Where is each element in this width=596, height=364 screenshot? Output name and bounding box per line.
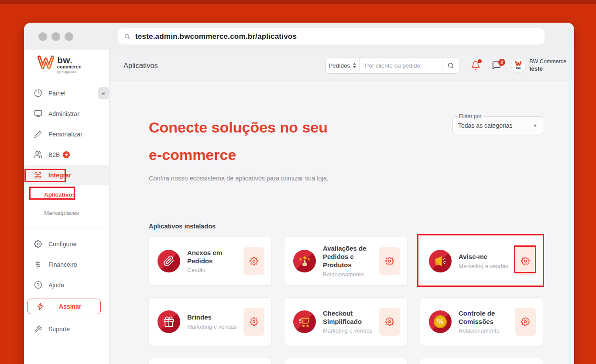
hero-subtitle: Confira nosso ecossistema de aplicativos…	[149, 175, 376, 182]
wrench-icon	[33, 324, 43, 334]
svg-text:★: ★	[307, 257, 311, 262]
global-search: Pedidos	[325, 58, 459, 74]
app-settings-button[interactable]	[379, 247, 400, 275]
sidebar-item-label: Personalizar	[48, 131, 82, 138]
app-card-partial[interactable]	[284, 358, 408, 364]
sidebar-collapse-button[interactable]: «	[98, 87, 109, 99]
brand-sub: commerce	[57, 65, 82, 69]
app-category: Marketing e vendas	[187, 323, 243, 330]
monitor-icon	[33, 109, 43, 119]
search-scope-value: Pedidos	[329, 62, 350, 69]
url-text: teste.admin.bwcommerce.com.br/aplicativo…	[135, 32, 297, 41]
app-category: Gestão	[187, 267, 243, 273]
app-card-anexos-em-pedidos[interactable]: Anexos em Pedidos Gestão	[148, 237, 272, 286]
brand-name: bw.	[57, 55, 82, 65]
search-scope-select[interactable]: Pedidos	[326, 58, 359, 73]
search-button[interactable]	[442, 58, 459, 73]
category-filter-select[interactable]: Filtrar por Todas as categorias ▼	[452, 116, 543, 134]
lightning-badge-icon	[63, 151, 70, 158]
sidebar-item-label: Ajuda	[48, 282, 64, 289]
address-bar[interactable]: teste.admin.bwcommerce.com.br/aplicativo…	[118, 28, 545, 44]
paperclip-icon	[158, 250, 180, 272]
app-category: Marketing e vendas	[459, 263, 515, 269]
frame-top-strip	[0, 0, 596, 4]
apps-grid: Anexos em Pedidos Gestão ★ ★	[148, 237, 544, 364]
dollar-icon	[33, 260, 43, 269]
chat-badge: 2	[498, 59, 505, 66]
app-category: Relacionamento	[459, 327, 515, 334]
app-card-avise-me[interactable]: Avise-me Marketing e vendas	[420, 237, 543, 286]
app-card-partial[interactable]	[420, 358, 543, 364]
users-icon	[33, 150, 43, 160]
notifications-button[interactable]	[471, 61, 480, 70]
sidebar-item-label: Financeiro	[48, 261, 77, 268]
gear-icon	[250, 257, 258, 265]
app-category: Relacionamento	[323, 271, 379, 278]
sidebar-item-b2b[interactable]: B2B	[24, 144, 109, 165]
apps-content: Conecte soluções no seue-commerce Confir…	[110, 81, 574, 364]
messages-button[interactable]: 2	[492, 61, 501, 70]
account-menu[interactable]: bw. BW Commerce teste	[511, 58, 566, 73]
sidebar-subitem-aplicativos[interactable]: Aplicativos	[24, 185, 109, 204]
app-settings-button[interactable]	[515, 308, 536, 336]
cart-icon	[293, 310, 316, 333]
sidebar-item-label: Configurar	[48, 241, 77, 248]
app-card-controle-de-comissoes[interactable]: % Controle de Comissões Relacionamento	[420, 297, 543, 346]
app-settings-button-avise-me[interactable]	[515, 247, 536, 275]
percent-coin-icon: %	[429, 310, 452, 333]
app-name: Checkout Simplificado	[323, 310, 379, 326]
section-title: Aplicativos instalados	[149, 223, 216, 230]
sidebar-item-ajuda[interactable]: Ajuda	[24, 275, 109, 295]
sidebar-item-financeiro[interactable]: Financeiro	[24, 254, 109, 275]
help-icon	[33, 280, 43, 290]
page-title: Aplicativos	[123, 61, 158, 70]
app-settings-button[interactable]	[379, 308, 400, 336]
brand-w-icon	[37, 55, 55, 69]
sidebar-divider	[24, 228, 109, 228]
search-input[interactable]	[359, 58, 442, 73]
assinar-label: Assinar	[59, 303, 81, 310]
app-settings-button[interactable]	[243, 247, 264, 275]
traffic-lights	[38, 32, 73, 41]
sidebar-item-painel[interactable]: Painel	[24, 83, 109, 103]
app-name: Avise-me	[459, 253, 515, 261]
browser-titlebar: teste.admin.bwcommerce.com.br/aplicativo…	[24, 23, 574, 50]
sidebar-item-integrar[interactable]: Integrar	[24, 165, 109, 185]
app-settings-button[interactable]	[243, 308, 264, 336]
traffic-light-button[interactable]	[51, 32, 60, 41]
search-icon	[447, 62, 455, 69]
pie-chart-icon	[33, 88, 43, 98]
svg-text:★: ★	[298, 257, 302, 262]
app-name: Anexos em Pedidos	[187, 249, 243, 265]
sidebar-subitem-label: Aplicativos	[44, 191, 75, 198]
search-icon	[124, 33, 131, 40]
sidebar-item-configurar[interactable]: Configurar	[24, 234, 109, 254]
gear-icon	[521, 257, 530, 265]
traffic-light-button[interactable]	[38, 32, 47, 41]
traffic-light-button[interactable]	[65, 32, 73, 41]
app-card-brindes[interactable]: Brindes Marketing e vendas	[148, 297, 272, 346]
app-category: Marketing e vendas	[323, 327, 379, 334]
sidebar-item-administrar[interactable]: Administrar	[24, 103, 109, 124]
sidebar-item-personalizar[interactable]: Personalizar	[24, 124, 109, 144]
gear-icon	[250, 317, 258, 326]
account-subname: teste	[529, 65, 566, 72]
stars-hand-icon: ★ ★ ★	[293, 250, 316, 272]
gear-icon	[385, 257, 394, 265]
pencil-icon	[33, 129, 43, 139]
gear-icon	[385, 317, 394, 326]
browser-window: teste.admin.bwcommerce.com.br/aplicativo…	[24, 23, 574, 364]
gear-icon	[521, 317, 530, 326]
sidebar-item-suporte[interactable]: Suporte	[24, 319, 109, 339]
megaphone-icon	[429, 250, 452, 272]
sidebar-item-label: B2B	[48, 151, 60, 158]
app-card-checkout-simplificado[interactable]: Checkout Simplificado Marketing e vendas	[284, 297, 408, 346]
sidebar-item-label: Suporte	[48, 326, 70, 333]
app-card-partial[interactable]	[148, 358, 272, 364]
account-name: BW Commerce	[529, 58, 566, 65]
assinar-button[interactable]: Assinar	[27, 299, 101, 314]
page-header: Aplicativos Pedidos	[110, 50, 574, 81]
sidebar-subitem-marketplaces[interactable]: Marketplaces	[24, 204, 109, 222]
sidebar-item-label: Painel	[48, 90, 65, 97]
app-card-avaliacoes[interactable]: ★ ★ ★ Avaliações de Pedidos e Produtos R…	[284, 237, 408, 286]
